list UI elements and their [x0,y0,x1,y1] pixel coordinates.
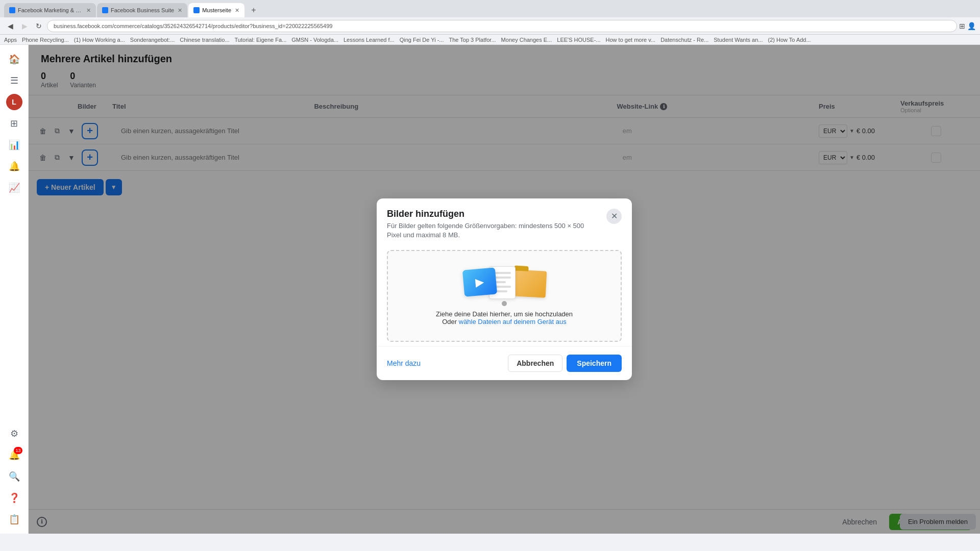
dialog-buttons: Abbrechen Speichern [508,355,622,372]
drop-text: Ziehe deine Datei hierher, um sie hochzu… [436,310,573,325]
avatar[interactable]: L [6,94,22,110]
tab-close-icon-2[interactable]: ✕ [178,7,182,14]
main-content: Mehrere Artikel hinzufügen 0 Artikel 0 V… [29,45,980,534]
bookmark-14[interactable]: Student Wants an... [714,37,763,43]
tab-facebook-marketing[interactable]: Facebook Marketing & Werb... ✕ [4,3,96,17]
bookmarks-bar: Apps Phone Recycling... (1) How Working … [0,35,980,45]
dialog-cancel-btn[interactable]: Abbrechen [508,355,562,372]
modal-overlay: Bilder hinzufügen Für Bilder gelten folg… [29,45,980,534]
dialog-save-btn[interactable]: Speichern [567,355,622,372]
sidebar-notifications[interactable]: 🔔 [4,156,24,177]
folder-file-icon [513,270,547,298]
sidebar-menu[interactable]: ☰ [4,70,24,91]
sidebar-help[interactable]: ❓ [4,488,24,508]
dialog-close-btn[interactable]: ✕ [606,209,622,224]
sidebar-alerts[interactable]: 🔔 13 [4,445,24,465]
bookmark-8[interactable]: Qing Fei De Yi -... [400,37,444,43]
drop-or-text: Oder [442,318,459,325]
bookmark-3[interactable]: Sonderangebot:... [130,37,175,43]
drop-zone[interactable]: ▶ [387,250,622,342]
dialog-header: Bilder hinzufügen Für Bilder gelten folg… [377,198,632,246]
sidebar-analytics[interactable]: 📊 [4,135,24,155]
bookmark-7[interactable]: Lessons Learned f... [344,37,395,43]
bookmark-4[interactable]: Chinese translatio... [180,37,229,43]
sidebar-activity[interactable]: 📋 [4,509,24,530]
dialog: Bilder hinzufügen Für Bilder gelten folg… [377,198,632,380]
sidebar-search[interactable]: 🔍 [4,466,24,487]
bookmark-apps[interactable]: Apps [4,37,17,43]
tab-close-icon-3[interactable]: ✕ [235,7,239,14]
sidebar-settings[interactable]: ⚙ [4,423,24,444]
browser-chrome: Facebook Marketing & Werb... ✕ Facebook … [0,0,980,35]
browser-toolbar: ◀ ▶ ↻ business.facebook.com/commerce/cat… [0,17,980,35]
bookmark-11[interactable]: LEE'S HOUSE-... [557,37,600,43]
new-tab-button[interactable]: + [247,3,261,17]
dialog-footer: Mehr dazu Abbrechen Speichern [377,346,632,380]
nav-refresh[interactable]: ↻ [33,20,45,32]
video-file-icon: ▶ [462,267,497,296]
bookmark-6[interactable]: GMSN - Vologda... [291,37,338,43]
bookmark-1[interactable]: Phone Recycling... [22,37,69,43]
bookmark-9[interactable]: The Top 3 Platfor... [449,37,496,43]
bookmark-10[interactable]: Money Changes E... [501,37,552,43]
bookmark-12[interactable]: How to get more v... [606,37,656,43]
alerts-badge: 13 [14,447,22,454]
browse-files-link[interactable]: wähle Dateien auf deinem Gerät aus [459,318,567,325]
extensions-icon[interactable]: ⊞ [959,22,965,30]
file-type-icons: ▶ [458,266,550,302]
tab-close-icon[interactable]: ✕ [86,7,91,14]
dialog-body: ▶ [377,246,632,346]
bookmark-15[interactable]: (2) How To Add... [768,37,811,43]
dialog-subtitle: Für Bilder gelten folgende Größenvorgabe… [387,221,600,240]
nav-back[interactable]: ◀ [4,20,16,32]
bookmark-2[interactable]: (1) How Working a... [74,37,125,43]
browser-actions: ⊞ 👤 [959,22,976,30]
sidebar-home[interactable]: 🏠 [4,49,24,69]
mehr-dazu-link[interactable]: Mehr dazu [387,359,421,367]
tab-facebook-business[interactable]: Facebook Business Suite ✕ [97,3,187,17]
address-bar[interactable]: business.facebook.com/commerce/catalogs/… [47,20,957,32]
connector-dot [502,301,507,306]
profile-icon[interactable]: 👤 [967,22,976,30]
sidebar-dashboard[interactable]: ⊞ [4,113,24,134]
tab-musterseite[interactable]: Musterseite ✕ [188,3,244,17]
nav-forward[interactable]: ▶ [18,20,31,32]
dialog-title: Bilder hinzufügen [387,209,600,219]
browser-tabs: Facebook Marketing & Werb... ✕ Facebook … [0,0,980,17]
bookmark-5[interactable]: Tutorial: Eigene Fa... [235,37,287,43]
sidebar: 🏠 ☰ L ⊞ 📊 🔔 📈 ⚙ 🔔 13 🔍 ❓ 📋 [0,45,29,534]
sidebar-insights[interactable]: 📈 [4,178,24,198]
bookmark-13[interactable]: Datenschutz - Re... [660,37,708,43]
